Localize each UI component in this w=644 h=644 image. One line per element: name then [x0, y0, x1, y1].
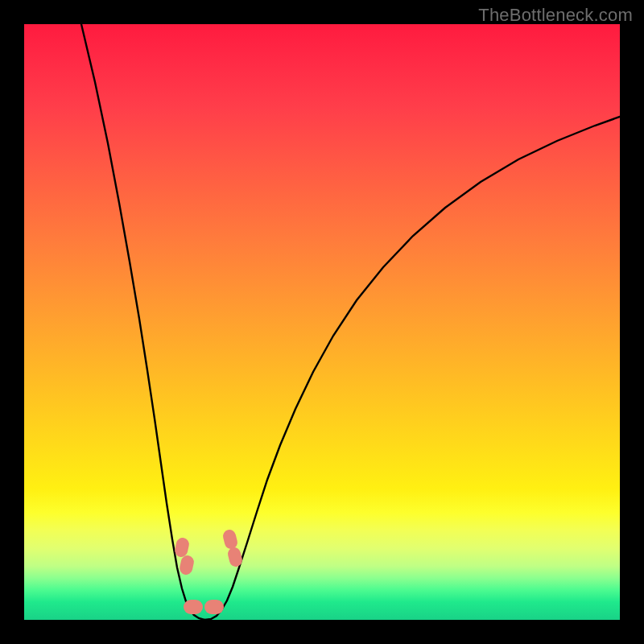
bottleneck-curve	[24, 24, 620, 620]
curve-right-branch	[204, 117, 620, 620]
marker-valley-right	[204, 600, 224, 614]
marker-valley-left	[184, 600, 203, 614]
watermark-text: TheBottleneck.com	[478, 5, 633, 26]
plot-area	[24, 24, 620, 620]
curve-left-branch	[81, 24, 204, 620]
chart-frame: TheBottleneck.com	[0, 0, 644, 644]
